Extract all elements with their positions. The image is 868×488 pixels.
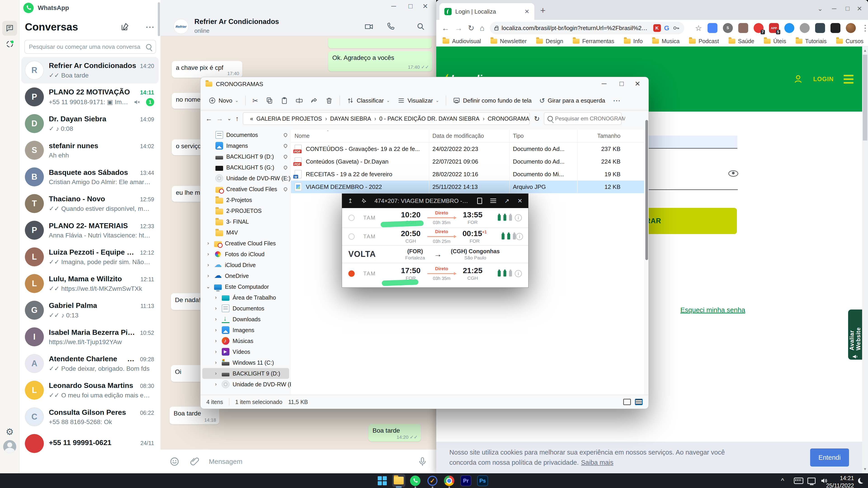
sidebar-item[interactable]: › Área de Trabalho [202, 292, 289, 303]
conversation-item[interactable]: L Leonardo Sousa Martins08:30 ✓✓ O meu f… [21, 377, 159, 403]
sidebar-item[interactable]: › Vídeos [202, 346, 289, 357]
taskbar-photoshop-button[interactable]: Ps [477, 475, 488, 486]
conversation-item[interactable]: P PLANO 22- MATERIAIS12:33 Anna Flávia -… [21, 217, 159, 243]
status-tab[interactable] [2, 37, 17, 52]
pin-icon[interactable] [361, 198, 366, 203]
sidebar-item[interactable]: › BACKLIGHT 9 (D:) [202, 368, 289, 379]
sidebar-item[interactable]: › Imagens [202, 325, 289, 335]
file-row[interactable]: VIAGEM DEZEMBRO - 2022 25/11/2022 14:13 … [291, 181, 644, 193]
settings-button[interactable]: ⚙ [2, 424, 17, 439]
taskbar-whatsapp-button[interactable] [410, 475, 421, 486]
chevron-icon[interactable]: › [206, 240, 211, 246]
browser-tab[interactable]: Login | Localiza ✕ [439, 3, 534, 20]
sidebar-item[interactable]: › Windows 11 (C:) [202, 357, 289, 368]
url-text[interactable]: localiza.com/brasil/pt-br/login?returnUr… [502, 25, 650, 32]
conversation-item[interactable]: R Refrier Ar Condicionados14:20 ✓✓ Boa t… [21, 57, 159, 84]
minimize-button[interactable]: ─ [832, 5, 836, 12]
attach-icon[interactable] [189, 457, 199, 466]
minimize-button[interactable]: ─ [602, 80, 607, 88]
sidebar-item[interactable]: BACKLIGHT 5 (G:) [202, 162, 289, 173]
new-tab-button[interactable]: + [540, 5, 546, 15]
red-extension-icon[interactable]: 7 [754, 23, 764, 33]
display-tray-icon[interactable] [807, 473, 815, 488]
sidebar-item[interactable]: M4V [202, 227, 289, 238]
column-date[interactable]: Data de modificação [429, 129, 509, 142]
sidebar-item[interactable]: › iCloud Drive [202, 260, 289, 270]
chevron-icon[interactable]: ⌄ [206, 284, 211, 290]
maximize-button[interactable]: □ [408, 2, 412, 10]
cookie-accept-button[interactable]: Entendi [810, 449, 849, 466]
chevron-icon[interactable]: › [213, 370, 219, 377]
forgot-password-link[interactable]: Esqueci minha senha [680, 306, 745, 314]
sidebar-scrollbar[interactable] [645, 120, 648, 260]
recent-locations-icon[interactable]: ⌄ [227, 116, 231, 122]
chevron-icon[interactable]: › [213, 338, 219, 344]
close-button[interactable]: ✕ [857, 5, 862, 12]
share-button[interactable] [307, 94, 321, 107]
bookmark-folder[interactable]: Design [536, 38, 563, 44]
forward-button[interactable]: → [455, 24, 463, 33]
bookmark-folder[interactable]: Podcast [689, 38, 719, 44]
sidebar-item[interactable]: Unidade de DVD-RW (E:) jair [202, 173, 289, 184]
flight-row[interactable]: TAM 20:50CGH Direto03h 25m 00:15+1FOR [342, 228, 528, 246]
conversation-item[interactable]: D Dr. Dayan Siebra14:09 ✓ ♪ 0:08 [21, 110, 159, 137]
back-button[interactable]: ← [442, 24, 450, 33]
scrollbar-thumb[interactable] [863, 55, 867, 140]
video-call-button[interactable] [364, 22, 374, 32]
breadcrumb[interactable]: « GALERIA DE PROJETOS›DAYAN SIEBRA›0 - P… [243, 112, 530, 125]
conversation-item[interactable]: I Isabel Maria Bezerra Pinto10:52 https:… [21, 324, 159, 350]
menu-icon[interactable] [844, 75, 854, 84]
shazam-extension-icon[interactable] [784, 23, 794, 33]
login-link[interactable]: LOGIN [813, 76, 834, 83]
window-chevron-icon[interactable]: ⌄ [817, 5, 823, 12]
dark-extension-icon[interactable] [831, 23, 840, 33]
app-extension-icon[interactable]: APP5 [769, 23, 779, 33]
conversation-item[interactable]: T Thaciano - Novo12:59 ✓✓ Quando estiver… [21, 190, 159, 217]
chevron-icon[interactable]: › [213, 316, 219, 322]
scroll-down-icon[interactable]: ▼ [862, 467, 868, 471]
breadcrumb-overflow[interactable]: « [250, 116, 253, 122]
conversation-item[interactable]: G Gabriel Palma11:13 ✓✓ ♪ 0:13 [21, 297, 159, 324]
taskbar-premiere-button[interactable]: Pr [460, 475, 471, 486]
taskbar-chrome-button[interactable] [443, 475, 455, 486]
sidebar-item[interactable]: › Creative Cloud Files [202, 238, 289, 249]
chevron-icon[interactable]: › [206, 262, 211, 268]
forward-button[interactable]: → [216, 115, 223, 123]
profile-button[interactable] [2, 439, 17, 454]
bookmark-folder[interactable]: Musica [652, 38, 680, 44]
bookmark-star-icon[interactable]: ☆ [695, 24, 702, 33]
close-icon[interactable]: ✕ [518, 197, 522, 204]
scroll-up-icon[interactable]: ▲ [862, 48, 868, 53]
search-input[interactable] [29, 43, 144, 51]
sidebar-item[interactable]: BACKLIGHT 9 (D:) [202, 151, 289, 162]
sidebar-item[interactable]: › Músicas [202, 335, 289, 346]
thumbnail-view-toggle[interactable] [635, 399, 643, 405]
feedback-tab[interactable]: Avaliar Website [848, 310, 862, 360]
sidebar-item[interactable]: › OneDrive [202, 270, 289, 281]
profile-avatar[interactable] [846, 23, 856, 33]
taskbar-explorer-button[interactable] [392, 474, 405, 487]
sidebar-item[interactable]: Documentos [202, 129, 289, 140]
cookie-more-link[interactable]: Saiba mais [581, 459, 613, 466]
conversation-item[interactable]: A Atendente Charlene Dra Julia09:28 ✓✓ P… [21, 350, 159, 377]
menu-icon[interactable]: ⋯ [145, 22, 155, 32]
show-password-icon[interactable] [728, 170, 738, 177]
conversation-item[interactable]: S stefanir nunes14:02 Ah ehh [21, 137, 159, 164]
conversation-item[interactable]: C Consulta Gilson Peres06:22 +55 88 8169… [21, 403, 159, 430]
flight-row[interactable]: TAM 10:20CGH Direto03h 35m 13:55FOR [342, 208, 528, 228]
conversation-item[interactable]: L Lulu, Mama e Willzito12:11 ✓✓ https://… [21, 270, 159, 297]
sidebar-item[interactable]: 3- FINAL [202, 216, 289, 227]
maximize-button[interactable]: □ [846, 5, 849, 12]
conversation-item[interactable]: L Luiza Pezzoti - Equipe Dayan12:12 ✓✓ I… [21, 243, 159, 270]
radio-selected-icon[interactable] [348, 270, 355, 277]
page-icon[interactable] [477, 198, 482, 204]
chrome-menu-icon[interactable]: ⋮ [861, 23, 868, 33]
refresh-button[interactable]: ↻ [534, 115, 539, 123]
breadcrumb-segment[interactable]: CRONOGRAMAS [488, 116, 530, 122]
sidebar-item[interactable]: Creative Cloud Files [202, 184, 289, 195]
new-button[interactable]: Novo⌄ [206, 94, 242, 107]
focus-assist-icon[interactable] [858, 473, 864, 488]
expand-icon[interactable]: ↗ [504, 197, 509, 204]
info-icon[interactable] [515, 214, 522, 221]
chevron-icon[interactable]: › [213, 327, 219, 333]
